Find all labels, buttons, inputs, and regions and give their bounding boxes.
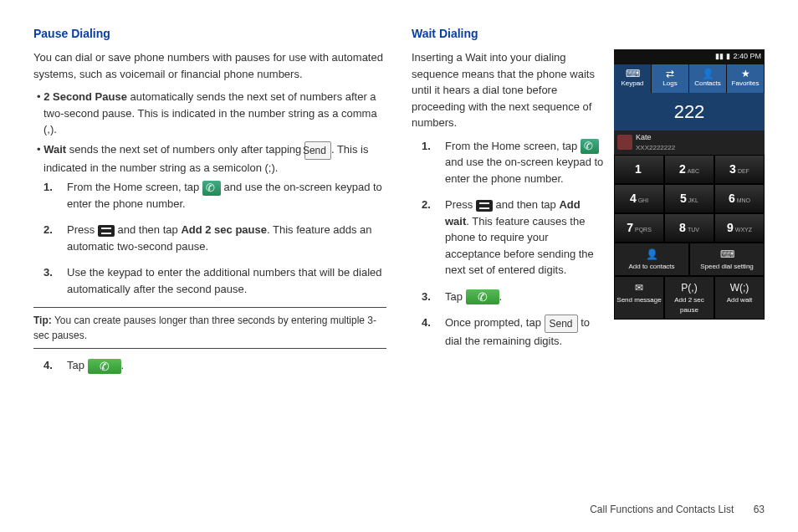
dialer-tabs: ⌨Keypad ⇄Logs 👤Contacts ★Favorites xyxy=(614,64,765,93)
pause-step-4: 4. Tap . xyxy=(67,357,386,374)
tip-box: Tip: You can create pauses longer than t… xyxy=(33,307,386,349)
wait-step-2: 2. Press and then tap Add wait. This fea… xyxy=(445,197,765,279)
call-button-icon[interactable] xyxy=(88,359,121,374)
logs-icon: ⇄ xyxy=(652,69,688,79)
status-time: 2:40 PM xyxy=(733,51,761,63)
favorites-icon: ★ xyxy=(727,69,764,79)
wait-step-3: 3. Tap . xyxy=(445,289,765,305)
wait-step-4: 4. Once prompted, tap Send to dial the r… xyxy=(445,315,765,350)
contacts-icon: 👤 xyxy=(689,69,726,79)
call-button-icon[interactable] xyxy=(466,289,499,304)
keypad-icon: ⌨ xyxy=(614,69,651,79)
tab-contacts[interactable]: 👤Contacts xyxy=(689,64,727,93)
tab-keypad[interactable]: ⌨Keypad xyxy=(614,64,652,93)
pause-step-2: 2. Press and then tap Add 2 sec pause. T… xyxy=(67,222,386,254)
status-bar: ▮▮ ▮ 2:40 PM xyxy=(614,49,765,64)
tab-logs[interactable]: ⇄Logs xyxy=(652,64,689,93)
battery-icon: ▮ xyxy=(726,51,730,63)
tab-favorites[interactable]: ★Favorites xyxy=(727,64,765,93)
pause-dialing-heading: Pause Dialing xyxy=(33,25,386,43)
signal-icon: ▮▮ xyxy=(715,51,724,63)
dialed-number: 222 xyxy=(614,93,765,130)
menu-key-icon[interactable] xyxy=(98,225,115,237)
add-2sec-pause-label: Add 2 sec pause xyxy=(181,223,267,236)
page-number: 63 xyxy=(754,504,765,515)
right-column: Wait Dialing ▮▮ ▮ 2:40 PM ⌨Keypad ⇄Logs … xyxy=(412,25,765,384)
pause-steps: 1. From the Home screen, tap and use the… xyxy=(33,179,386,297)
pause-step-1: 1. From the Home screen, tap and use the… xyxy=(67,179,386,212)
left-column: Pause Dialing You can dial or save phone… xyxy=(33,25,386,384)
phone-app-icon[interactable] xyxy=(581,139,599,154)
bullet-wait-label: Wait xyxy=(43,143,66,156)
bullet-2sec-label: 2 Second Pause xyxy=(43,90,127,103)
phone-app-icon[interactable] xyxy=(202,181,221,196)
send-button-inline[interactable]: Send xyxy=(545,315,578,333)
wait-steps: 1. From the Home screen, tap and use the… xyxy=(412,138,765,350)
wait-step-1: 1. From the Home screen, tap and use the… xyxy=(445,138,765,187)
pause-step-3: 3. Use the keypad to enter the additiona… xyxy=(67,264,386,297)
wait-dialing-heading: Wait Dialing xyxy=(412,25,765,43)
send-button-inline[interactable]: Send xyxy=(304,141,331,160)
page-footer: Call Functions and Contacts List 63 xyxy=(590,504,765,515)
pause-intro: You can dial or save phone numbers with … xyxy=(33,49,386,82)
tip-label: Tip: xyxy=(33,315,52,326)
footer-section: Call Functions and Contacts List xyxy=(590,504,734,515)
bullet-2sec: 2 Second Pause automatically sends the n… xyxy=(43,89,386,138)
bullet-wait: Wait sends the next set of numbers only … xyxy=(43,141,386,176)
pause-steps-cont: 4. Tap . xyxy=(33,357,386,374)
menu-key-icon[interactable] xyxy=(476,200,493,212)
